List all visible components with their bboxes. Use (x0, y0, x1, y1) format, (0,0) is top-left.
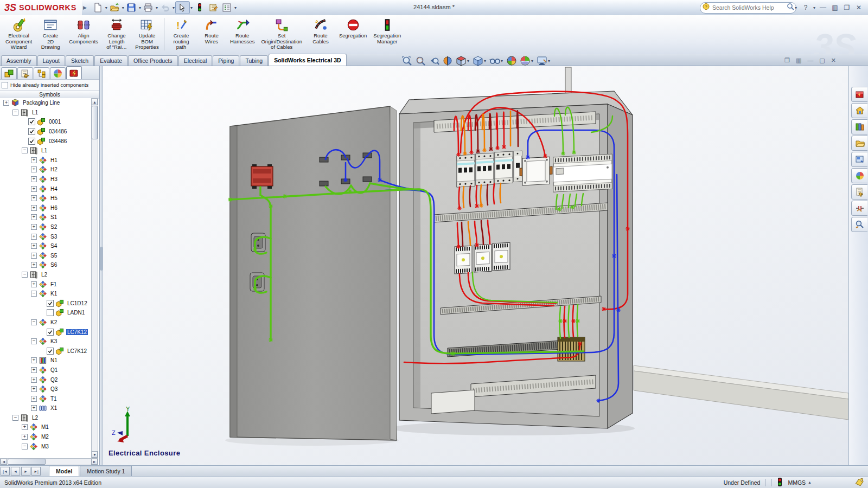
new-document-button[interactable] (91, 2, 105, 14)
tree-item-packaging-line[interactable]: +Packaging Line (0, 98, 91, 108)
tree-item-l2[interactable]: −L2 (0, 413, 91, 423)
select-tool-caret-icon[interactable]: ▾ (190, 5, 193, 10)
visibility-checkbox[interactable] (47, 329, 54, 336)
expander-plus-icon[interactable]: + (31, 253, 37, 259)
tree-item-q3[interactable]: +Q3 (0, 384, 91, 394)
next-tab-button[interactable]: ► (21, 467, 30, 476)
toggle-ui-button[interactable]: ▥ (829, 4, 841, 11)
expander-plus-icon[interactable]: + (31, 281, 37, 287)
restore-button[interactable]: ❐ (841, 4, 853, 11)
tree-item-s5[interactable]: +S5 (0, 251, 91, 261)
tree-item-h6[interactable]: +H6 (0, 203, 91, 213)
expander-minus-icon[interactable]: − (22, 272, 28, 278)
select-tool-button[interactable] (175, 1, 190, 14)
tree-item-s3[interactable]: +S3 (0, 232, 91, 241)
ribbon-segregation-manager-button[interactable]: Segregation Manager (370, 17, 404, 46)
solidworks-resources-tab[interactable] (851, 103, 867, 118)
tree-item-lc1d12[interactable]: LC1D12 (0, 298, 91, 308)
ribbon-route-wires-button[interactable]: Route Wires (196, 17, 227, 46)
configuration-manager-tab[interactable] (34, 67, 49, 79)
tree-vertical-scrollbar[interactable]: ▲ ▼ (91, 98, 98, 458)
appearances-scenes-tab[interactable] (851, 168, 867, 183)
tree-item-0001[interactable]: 0001 (0, 117, 91, 127)
model-tab-model[interactable]: Model (49, 466, 79, 476)
expander-plus-icon[interactable]: + (31, 405, 37, 411)
tree-item-h4[interactable]: +H4 (0, 184, 91, 194)
feature-manager-tab[interactable] (1, 67, 17, 79)
open-button[interactable] (108, 2, 122, 14)
tree-item-s6[interactable]: +S6 (0, 260, 91, 270)
expander-plus-icon[interactable]: + (31, 396, 37, 402)
tree-item-s1[interactable]: +S1 (0, 213, 91, 222)
expander-plus-icon[interactable]: + (31, 386, 37, 392)
expander-plus-icon[interactable]: + (31, 377, 37, 383)
tree-item-m2[interactable]: +M2 (0, 432, 91, 442)
edit-appearance-button[interactable] (506, 55, 517, 66)
tab-tubing[interactable]: Tubing (240, 55, 268, 66)
expander-plus-icon[interactable]: + (22, 424, 28, 430)
last-tab-button[interactable]: ►| (31, 467, 41, 476)
doc-close-button[interactable]: ✕ (831, 57, 836, 64)
expander-plus-icon[interactable]: + (31, 195, 37, 201)
visibility-checkbox[interactable] (28, 138, 35, 145)
expander-plus-icon[interactable]: + (31, 186, 37, 192)
view-settings-button[interactable]: ▾ (537, 55, 551, 66)
expander-minus-icon[interactable]: − (31, 291, 37, 297)
tree-item-s2[interactable]: +S2 (0, 222, 91, 232)
search-tools-tab[interactable] (851, 217, 867, 232)
search-input[interactable] (711, 4, 787, 11)
electrical-resources-tab[interactable] (851, 87, 867, 102)
search-icon[interactable] (787, 3, 794, 12)
expander-plus-icon[interactable]: + (31, 243, 37, 249)
undo-caret-icon[interactable]: ▾ (173, 5, 175, 10)
window-tile-button[interactable]: ▥ (796, 57, 801, 64)
expander-plus-icon[interactable]: + (31, 224, 37, 230)
tree-item-034486[interactable]: 034486 (0, 127, 91, 137)
expander-plus-icon[interactable]: + (31, 357, 37, 363)
graphics-area[interactable]: Y Z Electrical Enclosure (103, 66, 848, 465)
tree-item-h3[interactable]: +H3 (0, 175, 91, 184)
tree-item-h2[interactable]: +H2 (0, 165, 91, 175)
tree-item-ladn1[interactable]: LADN1 (0, 308, 91, 318)
search-caret-icon[interactable]: ▾ (795, 5, 797, 10)
file-explorer-tab[interactable] (851, 136, 867, 151)
tab-sketch[interactable]: Sketch (66, 55, 94, 66)
tree-item-h1[interactable]: +H1 (0, 156, 91, 165)
expander-plus-icon[interactable]: + (31, 367, 37, 373)
print-caret-icon[interactable]: ▾ (156, 5, 158, 10)
new-document-caret-icon[interactable]: ▾ (105, 5, 107, 10)
tree-item-n1[interactable]: +N1 (0, 356, 91, 365)
ribbon-route-harnesses-button[interactable]: Route Harnesses (227, 17, 258, 46)
expander-plus-icon[interactable]: + (31, 214, 37, 220)
zoom-area-button[interactable] (415, 55, 426, 66)
status-light-button[interactable] (193, 2, 207, 14)
expander-plus-icon[interactable]: + (31, 157, 37, 163)
options-list-button[interactable] (220, 2, 234, 14)
expander-minus-icon[interactable]: − (12, 415, 18, 421)
ribbon-update-bom-properties-button[interactable]: Update BOM Properties (132, 17, 162, 52)
design-library-tab[interactable] (851, 119, 867, 134)
ribbon-route-cables-button[interactable]: Route Cables (305, 17, 336, 46)
tree-item-l1[interactable]: −L1 (0, 146, 91, 156)
tree-item-k1[interactable]: −K1 (0, 289, 91, 299)
display-style-button[interactable]: ▾ (473, 55, 487, 66)
tree-item-k2[interactable]: −K2 (0, 318, 91, 328)
previous-view-button[interactable] (429, 55, 439, 66)
tree-item-h5[interactable]: +H5 (0, 194, 91, 203)
hide-inserted-checkbox[interactable] (2, 82, 8, 88)
tab-solidworks-electrical-3d[interactable]: SolidWorks Electrical 3D (269, 54, 347, 66)
close-button[interactable]: ✕ (853, 4, 865, 11)
model-tab-motion-study-1[interactable]: Motion Study 1 (80, 466, 132, 476)
expander-plus-icon[interactable]: + (31, 234, 37, 240)
ribbon-change-length-button[interactable]: Change Length of "Rai… (101, 17, 132, 52)
property-manager-tab[interactable] (17, 67, 33, 79)
tree-item-lc7k12[interactable]: LC7K12 (0, 327, 91, 337)
tree-horizontal-scrollbar[interactable]: ◄ ► (0, 458, 98, 465)
expander-minus-icon[interactable]: − (31, 319, 37, 325)
print-button[interactable] (142, 2, 155, 14)
ribbon-electrical-component-wizard-button[interactable]: Electrical Component Wizard (2, 17, 35, 52)
window-cascade-button[interactable]: ❐ (784, 57, 790, 64)
tab-layout[interactable]: Layout (37, 55, 66, 66)
expander-minus-icon[interactable]: − (22, 444, 28, 450)
help-button[interactable]: ? (800, 4, 812, 11)
